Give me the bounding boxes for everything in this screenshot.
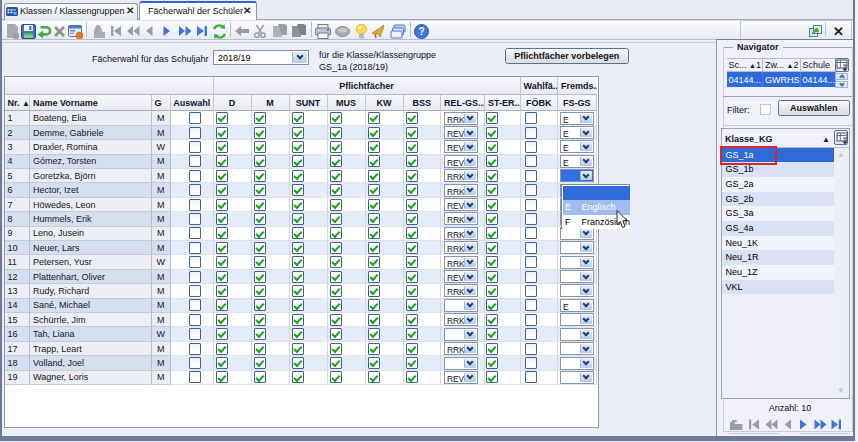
svg-text:?: ? xyxy=(418,26,424,37)
